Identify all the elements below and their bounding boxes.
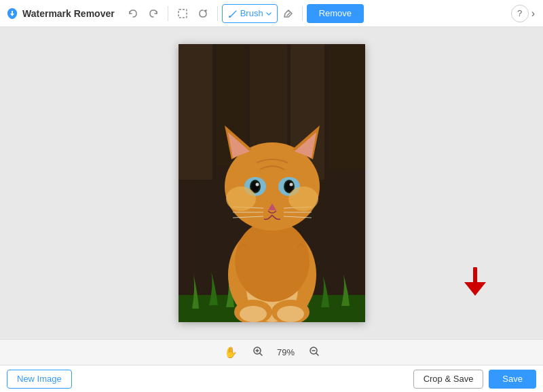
app-logo: Watermark Remover: [5, 7, 115, 20]
svg-point-35: [240, 306, 267, 322]
save-button[interactable]: Save: [489, 370, 536, 389]
svg-rect-7: [328, 44, 365, 170]
zoom-in-button[interactable]: [248, 345, 267, 361]
remove-button[interactable]: Remove: [307, 4, 364, 23]
arrow-indicator: [460, 267, 490, 304]
svg-line-42: [260, 353, 262, 355]
crop-save-button[interactable]: Crop & Save: [413, 370, 484, 389]
svg-point-1: [229, 16, 231, 18]
help-button[interactable]: ?: [511, 5, 529, 22]
zoom-bar: ✋ 79%: [0, 339, 543, 365]
svg-rect-0: [179, 9, 187, 18]
svg-point-37: [226, 187, 256, 211]
selection-tool-button[interactable]: [172, 3, 193, 24]
svg-point-25: [289, 183, 293, 187]
svg-point-21: [255, 183, 259, 187]
toolbar: Watermark Remover Brush: [0, 0, 543, 27]
app-logo-icon: [5, 7, 19, 20]
svg-point-24: [285, 181, 293, 192]
new-image-button[interactable]: New Image: [7, 370, 72, 389]
divider-3: [302, 6, 303, 21]
zoom-level: 79%: [274, 347, 298, 357]
lasso-tool-button[interactable]: [193, 3, 213, 24]
divider-2: [217, 6, 218, 21]
more-button[interactable]: ›: [529, 7, 538, 20]
image-container: [179, 44, 365, 322]
bottom-bar: New Image Crop & Save Save: [0, 365, 543, 392]
divider-1: [168, 6, 168, 21]
svg-point-20: [251, 181, 259, 192]
pan-tool-button[interactable]: ✋: [220, 345, 242, 360]
svg-point-12: [235, 220, 310, 302]
brush-tool-button[interactable]: Brush: [222, 4, 278, 23]
zoom-out-button[interactable]: [305, 345, 324, 361]
zoom-in-icon: [252, 346, 263, 357]
zoom-out-icon: [309, 346, 320, 357]
redo-button[interactable]: [143, 3, 164, 24]
down-arrow-icon: [460, 267, 490, 301]
svg-rect-3: [179, 44, 212, 180]
svg-point-38: [288, 187, 318, 211]
hand-icon: ✋: [224, 347, 238, 358]
brush-dropdown-icon: [266, 11, 272, 16]
eraser-tool-button[interactable]: [278, 3, 298, 24]
svg-line-45: [316, 353, 318, 355]
app-title: Watermark Remover: [22, 8, 115, 19]
svg-point-36: [277, 306, 304, 322]
canvas-area: [0, 27, 543, 339]
undo-button[interactable]: [123, 3, 143, 24]
cat-image: [179, 44, 365, 322]
brush-label: Brush: [240, 8, 263, 18]
